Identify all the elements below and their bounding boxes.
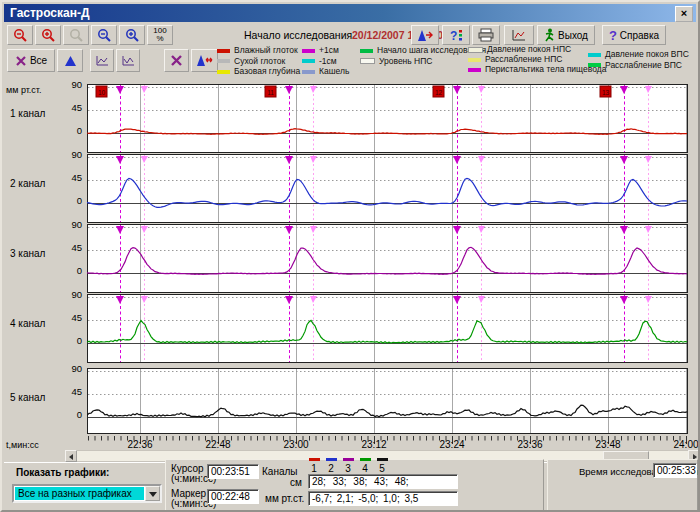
help-button[interactable]: ? Справка <box>602 25 666 45</box>
legend-item: Расслабление ВПС <box>588 60 682 70</box>
channel-panel-4[interactable] <box>87 295 688 363</box>
waveform-plot[interactable]: 10111213 <box>87 84 688 446</box>
legend-label: Уровень НПС <box>379 56 433 66</box>
legend-swatch <box>302 59 315 63</box>
graph-style-2-button[interactable] <box>116 49 140 72</box>
chart-area[interactable]: мм рт.ст. 1 канал904502 канал904503 кана… <box>4 82 700 450</box>
legend-settings-button[interactable]: ? <box>442 25 470 45</box>
legend-label: -1см <box>319 56 337 66</box>
chart-view-button[interactable] <box>504 25 534 45</box>
channel-color-swatch <box>326 458 337 461</box>
toolbar-secondary: Все Влажный глотокСухой глотокБазовая гл… <box>4 47 696 82</box>
mini-chart-1-icon <box>95 55 109 67</box>
channel-color-swatch <box>377 458 388 461</box>
channel-number: 4 <box>358 463 372 474</box>
close-button[interactable]: × <box>675 6 693 22</box>
channel-number: 5 <box>375 463 389 474</box>
question-list-icon: ? <box>449 28 464 42</box>
magnifier-gray-icon <box>69 28 84 43</box>
legend-label: Давление покоя ВПС <box>605 49 689 59</box>
exit-button[interactable]: Выход <box>537 25 595 45</box>
title-bar: Гастроскан-Д × <box>4 4 696 22</box>
magnifier-plus-blue-icon <box>125 28 140 43</box>
y-tick-label: 45 <box>60 386 82 397</box>
window-title: Гастроскан-Д <box>10 6 90 20</box>
zoom-vertical-in-button[interactable] <box>119 25 145 45</box>
x-tick-label: 23:00 <box>283 439 308 450</box>
cross-icon <box>15 55 27 67</box>
legend-label: Сухой глоток <box>234 56 285 66</box>
y-tick-label: 90 <box>60 79 82 90</box>
show-marker-button[interactable] <box>57 49 83 72</box>
marker-jump-button[interactable] <box>411 25 439 45</box>
zoom-100-button[interactable]: 100 % <box>147 25 173 45</box>
show-graphs-label: Показать графики: <box>16 467 109 478</box>
mmhg-label: мм рт.ст. <box>265 493 304 504</box>
zoom-in-button[interactable] <box>35 25 61 45</box>
svg-text:?: ? <box>450 29 457 42</box>
legend-item: Базовая глубина <box>217 66 300 76</box>
channel-panel-1[interactable]: 10111213 <box>87 85 688 153</box>
legend-swatch <box>302 70 315 74</box>
marker-value-field[interactable]: 00:22:48 <box>207 489 259 504</box>
channel-label-1: 1 канал <box>10 108 45 119</box>
swallow-number: 11 <box>267 89 274 96</box>
exit-label: Выход <box>558 30 588 41</box>
cm-values-field[interactable]: 28; 33; 38; 43; 48; <box>308 474 458 489</box>
legend-item: Уровень НПС <box>360 56 433 66</box>
legend-item: Давление покоя НПС <box>468 44 571 54</box>
y-tick-label: 0 <box>60 195 82 206</box>
channel-panel-2[interactable] <box>87 155 688 223</box>
printer-icon <box>478 28 494 42</box>
zoom-reset-button[interactable] <box>63 25 89 45</box>
app-window: Гастроскан-Д × 100 % Начало исследования… <box>0 0 700 512</box>
mini-chart-2-icon <box>121 55 135 67</box>
channel-number: 2 <box>324 463 338 474</box>
zoom-out-button[interactable] <box>7 25 33 45</box>
all-label: Все <box>30 55 47 66</box>
legend-item: Сухой глоток <box>217 56 285 66</box>
move-marker-button[interactable] <box>191 49 218 72</box>
triangle-double-arrow-icon <box>196 54 214 67</box>
mmhg-values-field[interactable]: -6,7; 2,1; -5,0; 1,0; 3,5 <box>308 491 458 506</box>
x-axis-unit-label: t,мин:сс <box>6 440 39 450</box>
y-tick-label: 45 <box>60 102 82 113</box>
channel-label-3: 3 канал <box>10 248 45 259</box>
print-button[interactable] <box>472 25 500 45</box>
study-start-label: Начало исследования <box>244 29 352 41</box>
legend-swatch <box>217 59 230 63</box>
graph-style-1-button[interactable] <box>90 49 114 72</box>
chevron-down-icon <box>149 492 157 497</box>
triangle-arrow-icon <box>417 29 434 42</box>
y-tick-label: 0 <box>60 265 82 276</box>
x-tick-label: 23:36 <box>517 439 542 450</box>
legend-label: Давление покоя НПС <box>487 44 571 54</box>
delete-marker-button[interactable] <box>164 49 189 72</box>
y-tick-label: 90 <box>60 289 82 300</box>
scroll-left-button[interactable] <box>65 450 77 462</box>
cursor-value-field[interactable]: 00:23:51 <box>207 464 259 479</box>
triangle-up-icon <box>64 55 77 67</box>
channel-color-swatch <box>343 458 354 461</box>
cm-label: см <box>290 477 302 488</box>
study-time-field[interactable]: 00:25:33 <box>653 463 697 478</box>
swallow-number: 10 <box>98 89 106 96</box>
combo-arrow-button[interactable] <box>145 486 160 501</box>
legend-label: Расслабление ВПС <box>605 60 682 70</box>
channel-label-5: 5 канал <box>10 392 45 403</box>
x-tick-label: 22:36 <box>127 439 152 450</box>
swallow-number: 12 <box>435 89 443 96</box>
channel-panel-5[interactable] <box>87 369 688 434</box>
hide-all-button[interactable]: Все <box>7 49 55 72</box>
legend-swatch <box>588 63 601 67</box>
channels-label: Каналы <box>262 466 298 477</box>
chart-icon <box>511 29 527 42</box>
show-graphs-select[interactable]: Все на разных графиках <box>12 484 162 503</box>
zoom-vertical-out-button[interactable] <box>91 25 117 45</box>
channel-color-swatch <box>309 458 320 461</box>
legend-swatch <box>217 49 230 53</box>
channel-number: 3 <box>341 463 355 474</box>
legend-item: Влажный глоток <box>217 45 298 55</box>
channel-panel-3[interactable] <box>87 225 688 293</box>
status-panel: Показать графики: Все на разных графиках… <box>4 462 700 512</box>
